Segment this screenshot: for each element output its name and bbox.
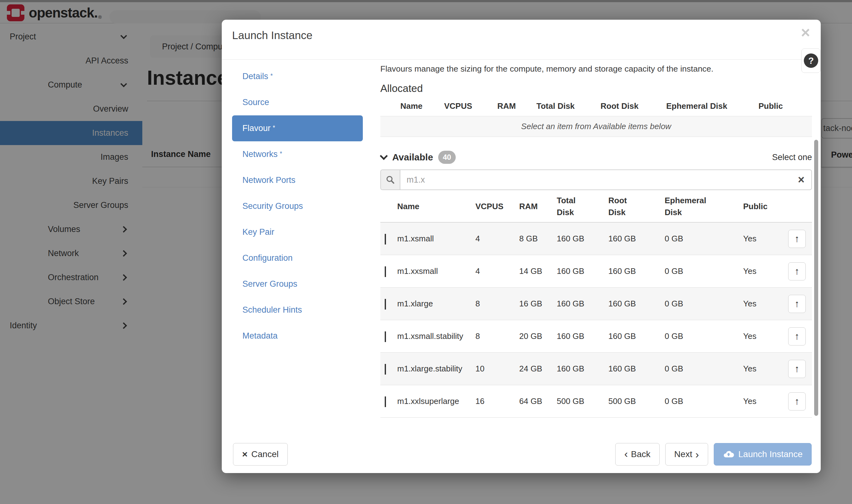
flavor-ram: 14 GB [519,266,557,276]
flavor-total-disk: 160 GB [557,364,608,374]
launch-instance-button[interactable]: Launch Instance [714,443,812,466]
clear-search-icon[interactable]: × [798,174,804,185]
required-asterisk: * [270,72,273,79]
allocate-flavor-button[interactable]: ↑ [788,295,806,313]
expand-chevron-icon[interactable] [385,299,386,309]
allocate-flavor-button[interactable]: ↑ [788,360,806,378]
wizard-step-source[interactable]: Source [232,89,363,115]
close-icon[interactable]: × [801,25,810,40]
flavor-ephemeral-disk: 0 GB [664,234,738,244]
wizard-step-details[interactable]: Details* [232,64,363,89]
allocated-header-row: NameVCPUSRAMTotal DiskRoot DiskEphemeral… [380,96,812,116]
flavor-ram: 24 GB [519,364,557,374]
flavor-row[interactable]: m1.xlarge816 GB160 GB160 GB0 GBYes↑ [380,288,812,320]
allocated-column-header: Ephemeral Disk [666,101,759,111]
expand-cell [380,396,397,406]
expand-cell [380,266,397,276]
flavor-row[interactable]: m1.xxsmall414 GB160 GB160 GB0 GBYes↑ [380,255,812,288]
allocated-column-header: Public [759,101,812,111]
column-header-label: Ephemeral Disk [664,195,700,218]
flavor-name-cell: m1.xxsmall [397,265,475,277]
available-column-header: Public [738,201,782,213]
flavor-ephemeral-disk: 0 GB [664,396,738,406]
wizard-step-networks[interactable]: Networks* [232,141,363,167]
search-icon [381,170,401,190]
flavor-total-disk: 160 GB [557,234,608,244]
flavor-public: Yes [738,331,782,341]
modal-footer: × Cancel ‹ Back Next › Launch Instance [222,443,821,466]
wizard-step-label: Details [243,72,268,81]
cancel-button[interactable]: × Cancel [233,443,288,466]
allocated-column-header: VCPUS [444,101,497,111]
flavor-search: × [380,169,812,190]
flavor-row[interactable]: m1.xsmall.stability820 GB160 GB160 GB0 G… [380,320,812,353]
allocated-column-header: Root Disk [601,101,666,111]
flavor-public: Yes [738,364,782,374]
flavor-total-disk: 160 GB [557,266,608,276]
flavor-name: m1.xlarge.stability [397,362,462,375]
flavor-vcpus: 10 [475,364,519,374]
wizard-step-label: Flavour [243,124,270,133]
expand-chevron-icon[interactable] [385,234,386,245]
flavor-name: m1.xxsmall [397,265,438,277]
flavor-vcpus: 4 [475,266,519,276]
allocate-flavor-button[interactable]: ↑ [788,230,806,248]
flavor-name-cell: m1.xlarge.stability [397,362,475,375]
search-input[interactable] [401,175,811,185]
available-header-row: NameVCPUSRAMTotal DiskRoot DiskEphemeral… [380,191,812,222]
expand-chevron-icon[interactable] [385,266,386,277]
collapse-chevron-icon[interactable] [380,152,388,160]
wizard-step-label: Networks [243,149,278,159]
expand-cell [380,234,397,244]
wizard-step-server-groups[interactable]: Server Groups [232,271,363,297]
next-button[interactable]: Next › [665,443,708,466]
flavor-name-cell: m1.xxlsuperlarge [397,395,475,408]
available-column-header: Ephemeral Disk [664,195,738,218]
flavor-ram: 16 GB [519,299,557,309]
available-section-header: Available 40 Select one [380,151,812,164]
wizard-step-label: Scheduler Hints [243,305,302,315]
flavor-name-cell: m1.xlarge [397,297,475,310]
flavor-row[interactable]: m1.xxlsuperlarge1664 GB500 GB500 GB0 GBY… [380,385,812,418]
flavor-ram: 20 GB [519,331,557,341]
flavor-name: m1.xlarge [397,297,433,310]
allocated-column-header: RAM [497,101,536,111]
allocate-flavor-button[interactable]: ↑ [788,327,806,345]
available-count-badge: 40 [438,151,456,164]
wizard-step-network-ports[interactable]: Network Ports [232,167,363,193]
wizard-step-security-groups[interactable]: Security Groups [232,193,363,219]
expand-chevron-icon[interactable] [385,396,386,407]
wizard-step-flavour[interactable]: Flavour* [232,115,363,141]
wizard-step-key-pair[interactable]: Key Pair [232,219,363,245]
launch-instance-modal: Launch Instance × ? Details*SourceFlavou… [222,20,821,473]
required-asterisk: * [273,124,275,131]
back-button[interactable]: ‹ Back [615,443,660,466]
available-column-header: RAM [519,201,557,213]
flavor-root-disk: 160 GB [608,234,664,244]
flavor-vcpus: 8 [475,299,519,309]
wizard-step-nav: Details*SourceFlavour*Networks*Network P… [232,64,363,349]
column-header-label: Total Disk [557,195,592,218]
flavor-row[interactable]: m1.xsmall48 GB160 GB160 GB0 GBYes↑ [380,222,812,255]
wizard-step-metadata[interactable]: Metadata [232,323,363,349]
allocated-column-header: Name [401,101,444,111]
flavor-root-disk: 160 GB [608,299,664,309]
allocate-flavor-button[interactable]: ↑ [788,392,806,411]
allocate-flavor-button[interactable]: ↑ [788,262,806,281]
wizard-step-label: Security Groups [243,201,303,211]
flavor-row[interactable]: m1.xlarge.stability1024 GB160 GB160 GB0 … [380,353,812,385]
available-column-header: Name [397,201,475,213]
wizard-step-label: Network Ports [243,175,296,185]
wizard-step-scheduler-hints[interactable]: Scheduler Hints [232,297,363,323]
modal-scrollbar-thumb[interactable] [814,140,818,416]
wizard-step-label: Metadata [243,331,278,341]
wizard-step-configuration[interactable]: Configuration [232,245,363,271]
flavor-name: m1.xxlsuperlarge [397,395,459,408]
allocated-empty-row: Select an item from Available items belo… [380,116,812,137]
available-column-header: Root Disk [608,195,664,218]
expand-cell [380,299,397,309]
expand-chevron-icon[interactable] [385,331,386,342]
expand-chevron-icon[interactable] [385,364,386,375]
flavor-ephemeral-disk: 0 GB [664,299,738,309]
column-header-label: Root Disk [608,195,643,218]
